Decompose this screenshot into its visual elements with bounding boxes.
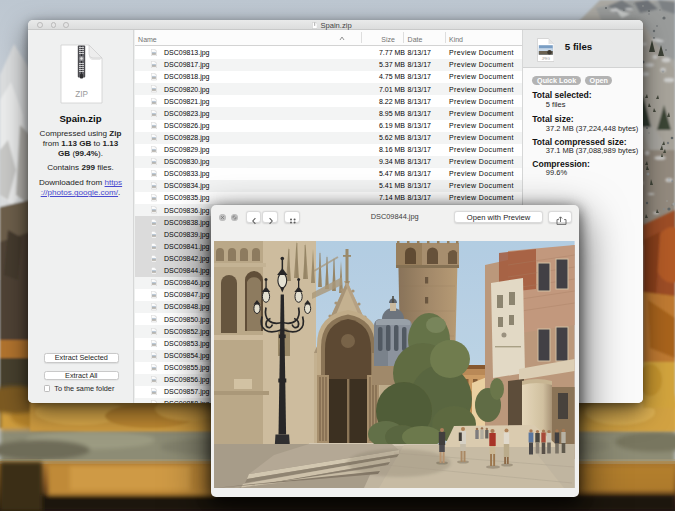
- svg-text:ZIP: ZIP: [75, 90, 88, 99]
- svg-text:JPEG: JPEG: [541, 57, 550, 61]
